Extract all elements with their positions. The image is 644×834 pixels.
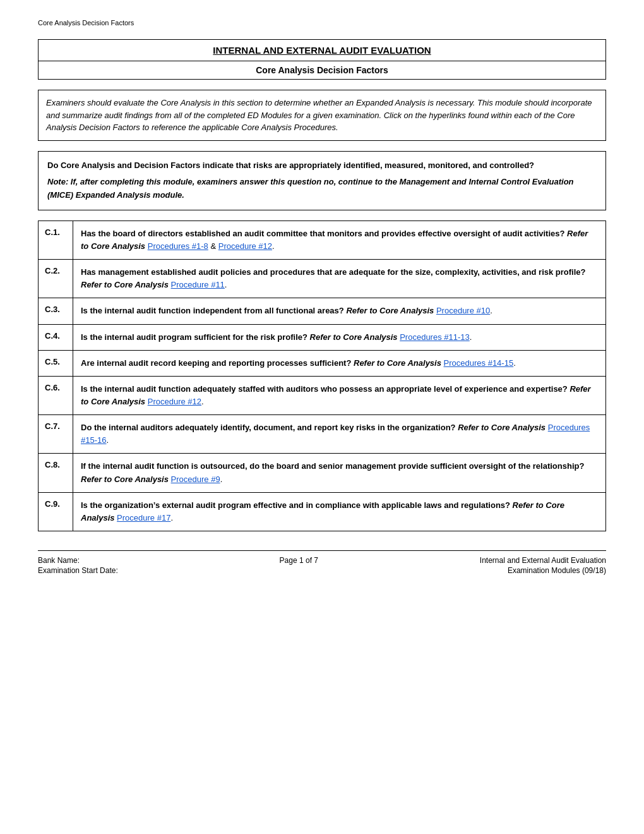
table-row: C.2.Has management established audit pol… [39, 260, 606, 298]
question-bold: Do Core Analysis and Decision Factors in… [47, 159, 597, 172]
item-question: Is the internal audit function independe… [81, 306, 344, 315]
item-content: Has management established audit policie… [73, 260, 606, 298]
item-number: C.1. [39, 221, 73, 259]
item-number: C.5. [39, 350, 73, 376]
intro-text: Examiners should evaluate the Core Analy… [46, 98, 592, 132]
table-row: C.9.Is the organization’s external audit… [39, 492, 606, 531]
item-ref: Refer to Core Analysis [81, 474, 171, 484]
item-question: Are internal audit record keeping and re… [81, 358, 351, 368]
item-content: Is the internal audit program sufficient… [73, 324, 606, 350]
item-link[interactable]: Procedures #14-15 [444, 358, 514, 368]
main-title: INTERNAL AND EXTERNAL AUDIT EVALUATION [39, 40, 606, 61]
item-link[interactable]: Procedure #9 [171, 474, 220, 484]
item-number: C.6. [39, 376, 73, 414]
bank-name-label: Bank Name: [38, 556, 118, 565]
footer-right: Internal and External Audit Evaluation E… [480, 556, 606, 575]
item-link2[interactable]: Procedure #12 [218, 241, 272, 251]
item-number: C.7. [39, 415, 73, 454]
item-link1[interactable]: Procedures #1-8 [148, 241, 208, 251]
table-row: C.6.Is the internal audit function adequ… [39, 376, 606, 414]
item-content: Has the board of directors established a… [73, 221, 606, 259]
intro-box: Examiners should evaluate the Core Analy… [38, 90, 606, 141]
main-title-table: INTERNAL AND EXTERNAL AUDIT EVALUATION C… [38, 39, 606, 80]
table-row: C.1.Has the board of directors establish… [39, 221, 606, 259]
item-content: If the internal audit function is outsou… [73, 454, 606, 492]
item-content: Are internal audit record keeping and re… [73, 350, 606, 376]
footer-right-line1: Internal and External Audit Evaluation [480, 556, 606, 565]
table-row: C.4.Is the internal audit program suffic… [39, 324, 606, 350]
table-row: C.5.Are internal audit record keeping an… [39, 350, 606, 376]
item-question: Is the internal audit function adequatel… [81, 384, 568, 394]
footer-center: Page 1 of 7 [280, 556, 318, 575]
item-content: Is the internal audit function independe… [73, 298, 606, 324]
item-number: C.2. [39, 260, 73, 298]
footer-right-line2: Examination Modules (09/18) [480, 566, 606, 575]
item-ref: Refer to Core Analysis [81, 280, 171, 289]
item-question: If the internal audit function is outsou… [81, 461, 584, 471]
item-ref: Refer to Core Analysis [344, 306, 436, 315]
item-link[interactable]: Procedure #10 [436, 306, 490, 315]
item-content: Is the organization’s external audit pro… [73, 492, 606, 531]
item-number: C.4. [39, 324, 73, 350]
item-question: Has management established audit policie… [81, 267, 586, 277]
item-link[interactable]: Procedure #11 [171, 280, 225, 289]
item-link[interactable]: Procedures #11-13 [400, 332, 470, 342]
question-box: Do Core Analysis and Decision Factors in… [38, 151, 606, 210]
item-link[interactable]: Procedure #12 [148, 397, 201, 406]
item-content: Do the internal auditors adequately iden… [73, 415, 606, 454]
page-info: Page 1 of 7 [280, 556, 318, 565]
table-row: C.7.Do the internal auditors adequately … [39, 415, 606, 454]
item-question: Has the board of directors established a… [81, 229, 564, 238]
item-number: C.3. [39, 298, 73, 324]
header-label: Core Analysis Decision Factors [38, 19, 606, 27]
item-ref: Refer to Core Analysis [307, 332, 400, 342]
item-question: Is the internal audit program sufficient… [81, 332, 307, 342]
item-ref: Refer to Core Analysis [456, 423, 548, 432]
table-row: C.3.Is the internal audit function indep… [39, 298, 606, 324]
item-question: Is the organization’s external audit pro… [81, 500, 510, 510]
item-number: C.8. [39, 454, 73, 492]
question-note: Note: If, after completing this module, … [47, 176, 597, 202]
items-table: C.1.Has the board of directors establish… [38, 221, 606, 531]
subtitle: Core Analysis Decision Factors [39, 61, 606, 80]
item-ref: Refer to Core Analysis [351, 358, 443, 368]
footer: Bank Name: Examination Start Date: Page … [38, 550, 606, 575]
footer-left: Bank Name: Examination Start Date: [38, 556, 118, 575]
item-link[interactable]: Procedure #17 [117, 513, 170, 523]
item-content: Is the internal audit function adequatel… [73, 376, 606, 414]
table-row: C.8.If the internal audit function is ou… [39, 454, 606, 492]
exam-date-label: Examination Start Date: [38, 566, 118, 575]
item-number: C.9. [39, 492, 73, 531]
item-question: Do the internal auditors adequately iden… [81, 423, 456, 432]
